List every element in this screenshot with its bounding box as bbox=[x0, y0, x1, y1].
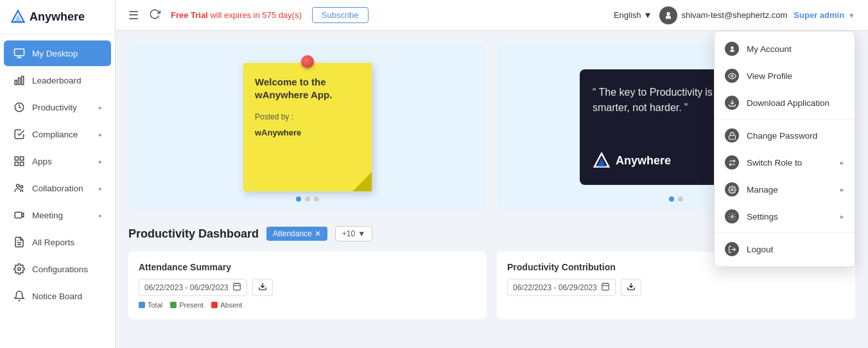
lang-chevron-icon: ▼ bbox=[644, 10, 652, 20]
dropdown-change-password[interactable]: Change Password bbox=[715, 122, 855, 149]
account-dropdown: My Account View Profile Download Applica… bbox=[714, 31, 855, 267]
dropdown-manage[interactable]: Manage ▸ bbox=[715, 176, 855, 203]
subscribe-button[interactable]: Subscribe bbox=[312, 7, 369, 23]
calendar-icon[interactable] bbox=[232, 282, 241, 293]
sidebar-item-my-desktop[interactable]: My Desktop bbox=[4, 40, 111, 66]
logout-icon bbox=[725, 242, 739, 256]
refresh-icon[interactable] bbox=[149, 8, 161, 22]
sidebar-item-productivity[interactable]: Productivity ▸ bbox=[4, 94, 111, 120]
hamburger-icon[interactable]: ☰ bbox=[128, 8, 139, 22]
svg-rect-10 bbox=[21, 162, 24, 166]
dashboard-title: Productivity Dashboard bbox=[128, 227, 259, 241]
chevron-icon: ▸ bbox=[99, 212, 102, 219]
productivity-date-row: 06/22/2023 - 06/29/2023 bbox=[507, 279, 845, 296]
meeting-icon bbox=[13, 209, 26, 222]
legend-total-label: Total bbox=[148, 301, 162, 309]
quote-logo-name: Anywhere bbox=[616, 154, 671, 168]
topbar: ☰ Free Trial will expires in 575 day(s) … bbox=[116, 0, 868, 31]
user-email: shivam-test@shephertz.com bbox=[681, 10, 787, 20]
manage-chevron-icon: ▸ bbox=[840, 186, 844, 194]
svg-rect-4 bbox=[19, 78, 21, 85]
sidebar-label-compliance: Compliance bbox=[32, 130, 92, 139]
sticky-note: Welcome to the wAnywhere App. Posted by … bbox=[243, 63, 372, 191]
language-selector[interactable]: English ▼ bbox=[614, 10, 652, 20]
attendance-date-row: 06/22/2023 - 06/29/2023 bbox=[139, 279, 476, 296]
topbar-right: English ▼ shivam-test@shephertz.com Supe… bbox=[614, 6, 855, 24]
settings-chevron-icon: ▸ bbox=[840, 213, 844, 221]
sidebar-item-apps[interactable]: Apps ▸ bbox=[4, 148, 111, 174]
dropdown-download-application[interactable]: Download Application bbox=[715, 89, 855, 116]
dropdown-view-profile-label: View Profile bbox=[747, 71, 792, 81]
attendance-date-range[interactable]: 06/22/2023 - 06/29/2023 bbox=[139, 279, 247, 296]
legend-absent-dot bbox=[211, 302, 218, 308]
sticky-title: Welcome to the wAnywhere App. bbox=[255, 76, 360, 101]
quote-before: The key to bbox=[598, 87, 649, 98]
user-info[interactable]: shivam-test@shephertz.com Super admin ▼ bbox=[659, 6, 855, 24]
plus-badge[interactable]: +10 ▼ bbox=[335, 226, 372, 241]
legend-total-dot bbox=[139, 302, 145, 308]
svg-rect-18 bbox=[234, 283, 241, 290]
svg-rect-13 bbox=[15, 213, 22, 218]
sidebar-item-compliance[interactable]: Compliance ▸ bbox=[4, 121, 111, 147]
sidebar-label-leaderboard: Leaderboard bbox=[32, 76, 102, 85]
dropdown-change-password-label: Change Password bbox=[747, 131, 817, 141]
sidebar-item-configurations[interactable]: Configurations bbox=[4, 256, 111, 282]
dropdown-switch-role[interactable]: Switch Role to ▸ bbox=[715, 149, 855, 176]
productivity-calendar-icon[interactable] bbox=[601, 282, 610, 293]
productivity-download-icon[interactable] bbox=[621, 279, 641, 296]
sidebar-item-leaderboard[interactable]: Leaderboard bbox=[4, 67, 111, 93]
attendance-summary-title: Attendance Summary bbox=[139, 262, 476, 272]
attendance-legend: Total Present Absent bbox=[139, 301, 476, 309]
svg-point-12 bbox=[21, 186, 23, 188]
settings-icon bbox=[725, 209, 739, 223]
sidebar-label-notice-board: Notice Board bbox=[32, 291, 102, 301]
dropdown-view-profile[interactable]: View Profile bbox=[715, 62, 855, 89]
sticky-author: wAnywhere bbox=[255, 128, 360, 137]
sidebar-item-collaboration[interactable]: Collaboration ▸ bbox=[4, 175, 111, 201]
person-icon bbox=[725, 42, 739, 56]
attendance-badge[interactable]: Attendance ✕ bbox=[266, 227, 327, 241]
svg-rect-9 bbox=[15, 162, 18, 166]
sidebar: Anywhere My Desktop Leaderboard Producti… bbox=[0, 0, 116, 348]
compliance-icon bbox=[13, 128, 26, 141]
pin-icon bbox=[301, 55, 314, 68]
card-dot-1 bbox=[296, 196, 301, 202]
app-logo: Anywhere bbox=[0, 0, 115, 34]
productivity-date-value: 06/22/2023 - 06/29/2023 bbox=[513, 283, 597, 292]
sidebar-item-notice-board[interactable]: Notice Board bbox=[4, 283, 111, 309]
attendance-download-icon[interactable] bbox=[252, 279, 273, 296]
dropdown-divider-2 bbox=[715, 232, 855, 233]
svg-rect-31 bbox=[729, 135, 735, 139]
user-role: Super admin bbox=[794, 10, 844, 20]
quote-dot-1 bbox=[669, 196, 674, 202]
dropdown-my-account[interactable]: My Account bbox=[715, 35, 855, 62]
badge-close-icon[interactable]: ✕ bbox=[315, 229, 321, 238]
plus-chevron-icon: ▼ bbox=[358, 229, 365, 238]
productivity-date-range[interactable]: 06/22/2023 - 06/29/2023 bbox=[507, 279, 616, 296]
sidebar-item-meeting[interactable]: Meeting ▸ bbox=[4, 202, 111, 228]
leaderboard-icon bbox=[13, 74, 26, 87]
attendance-summary-panel: Attendance Summary 06/22/2023 - 06/29/20… bbox=[128, 252, 487, 319]
sidebar-label-productivity: Productivity bbox=[32, 103, 92, 112]
productivity-icon bbox=[13, 101, 26, 114]
svg-point-14 bbox=[18, 268, 21, 271]
dropdown-settings-label: Settings bbox=[747, 212, 778, 222]
svg-point-11 bbox=[17, 184, 20, 187]
quote-accent: Productivity bbox=[650, 87, 703, 98]
language-label: English bbox=[614, 10, 641, 20]
chevron-icon: ▸ bbox=[99, 104, 102, 111]
sidebar-item-all-reports[interactable]: All Reports bbox=[4, 229, 111, 255]
sidebar-label-configurations: Configurations bbox=[32, 265, 102, 274]
chevron-icon: ▸ bbox=[99, 185, 102, 192]
legend-absent-label: Absent bbox=[220, 301, 242, 309]
notice-icon bbox=[13, 290, 26, 302]
quote-logo-icon bbox=[593, 152, 611, 170]
dropdown-settings[interactable]: Settings ▸ bbox=[715, 203, 855, 230]
dropdown-divider-1 bbox=[715, 119, 855, 119]
svg-point-33 bbox=[731, 215, 733, 217]
dropdown-download-label: Download Application bbox=[747, 98, 829, 108]
svg-point-15 bbox=[667, 12, 670, 15]
legend-absent: Absent bbox=[211, 301, 242, 309]
legend-present-dot bbox=[170, 302, 177, 308]
dropdown-logout[interactable]: Logout bbox=[715, 236, 855, 263]
